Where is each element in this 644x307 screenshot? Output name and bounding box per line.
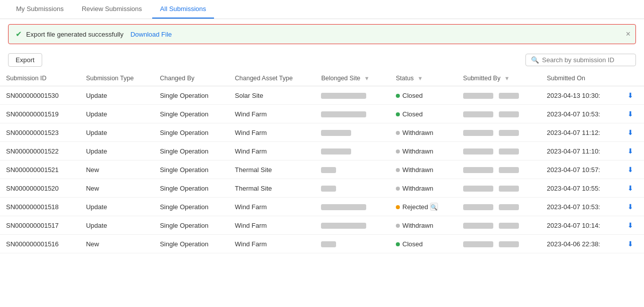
col-submitted-on: Submitted On — [541, 71, 621, 86]
cell-submission-id: SN000000001519 — [0, 105, 80, 123]
status-dot — [396, 112, 400, 116]
cell-status: Withdrawn — [390, 179, 457, 198]
cell-download[interactable]: ⬇ — [621, 142, 644, 161]
cell-changed-by: Single Operation — [154, 198, 229, 216]
cell-download[interactable]: ⬇ — [621, 123, 644, 142]
submissions-table-wrap: Submission ID Submission Type Changed By… — [0, 71, 644, 253]
cell-asset-type: Wind Farm — [229, 216, 315, 235]
tabs-bar: My Submissions Review Submissions All Su… — [0, 0, 644, 19]
cell-asset-type: Wind Farm — [229, 198, 315, 216]
cell-submitted-on: 2023-04-07 11:10: — [541, 142, 621, 161]
table-row: SN000000001523 Update Single Operation W… — [0, 123, 644, 142]
submissions-table: Submission ID Submission Type Changed By… — [0, 71, 644, 253]
cell-type: Update — [80, 142, 154, 161]
status-dot — [396, 242, 400, 246]
download-icon[interactable]: ⬇ — [627, 240, 633, 248]
status-dot — [396, 94, 400, 98]
tab-my-submissions[interactable]: My Submissions — [8, 0, 72, 19]
cell-status: Withdrawn — [390, 123, 457, 142]
cell-type: New — [80, 161, 154, 179]
status-dot — [396, 149, 400, 154]
export-button[interactable]: Export — [8, 53, 42, 67]
status-dot — [396, 168, 400, 172]
cell-site — [315, 179, 390, 198]
cell-type: New — [80, 235, 154, 253]
status-dot — [396, 187, 400, 191]
cell-site — [315, 105, 390, 123]
cell-submitted-by — [457, 235, 541, 253]
cell-submission-id: SN000000001523 — [0, 123, 80, 142]
col-submission-id: Submission ID — [0, 71, 80, 86]
cell-status: Closed — [390, 235, 457, 253]
cell-type: Update — [80, 216, 154, 235]
table-row: SN000000001518 Update Single Operation W… — [0, 198, 644, 216]
cell-submission-id: SN000000001520 — [0, 179, 80, 198]
tab-review-submissions[interactable]: Review Submissions — [74, 0, 150, 19]
table-header: Submission ID Submission Type Changed By… — [0, 71, 644, 86]
search-input[interactable] — [542, 56, 630, 64]
alert-bar: ✔ Export file generated successfully Dow… — [8, 24, 636, 44]
download-icon[interactable]: ⬇ — [627, 91, 633, 99]
filter-icon-site[interactable]: ▼ — [364, 75, 370, 81]
cell-download[interactable]: ⬇ — [621, 235, 644, 253]
cell-submitted-by — [457, 105, 541, 123]
cell-type: Update — [80, 123, 154, 142]
status-dot — [396, 205, 400, 209]
search-icon: 🔍 — [531, 56, 539, 64]
cell-submitted-on: 2023-04-07 10:14: — [541, 216, 621, 235]
filter-icon-status[interactable]: ▼ — [417, 75, 423, 81]
cell-submitted-on: 2023-04-07 10:57: — [541, 161, 621, 179]
cell-submitted-on: 2023-04-06 22:38: — [541, 235, 621, 253]
cell-download[interactable]: ⬇ — [621, 105, 644, 123]
cell-submitted-by — [457, 142, 541, 161]
cell-download[interactable]: ⬇ — [621, 179, 644, 198]
cell-changed-by: Single Operation — [154, 142, 229, 161]
download-icon[interactable]: ⬇ — [627, 128, 633, 136]
cell-asset-type: Thermal Site — [229, 179, 315, 198]
cell-changed-by: Single Operation — [154, 235, 229, 253]
download-icon[interactable]: ⬇ — [627, 147, 633, 155]
cell-site — [315, 216, 390, 235]
cell-download[interactable]: ⬇ — [621, 161, 644, 179]
download-icon[interactable]: ⬇ — [627, 166, 633, 174]
cell-submitted-by — [457, 198, 541, 216]
cell-status: Withdrawn — [390, 216, 457, 235]
cell-submitted-by — [457, 216, 541, 235]
tab-all-submissions[interactable]: All Submissions — [152, 0, 214, 19]
table-row: SN000000001517 Update Single Operation W… — [0, 216, 644, 235]
cell-changed-by: Single Operation — [154, 86, 229, 105]
table-row: SN000000001522 Update Single Operation W… — [0, 142, 644, 161]
cell-changed-by: Single Operation — [154, 216, 229, 235]
cell-changed-by: Single Operation — [154, 105, 229, 123]
download-icon[interactable]: ⬇ — [627, 221, 633, 229]
cell-submitted-by — [457, 161, 541, 179]
rejected-search-icon[interactable]: 🔍 — [430, 203, 438, 211]
search-box: 🔍 — [525, 54, 636, 66]
col-status: Status ▼ — [390, 71, 457, 86]
cell-submission-id: SN000000001521 — [0, 161, 80, 179]
table-row: SN000000001521 New Single Operation Ther… — [0, 161, 644, 179]
cell-status: Closed — [390, 105, 457, 123]
download-icon[interactable]: ⬇ — [627, 184, 633, 192]
cell-download[interactable]: ⬇ — [621, 86, 644, 105]
col-changed-by: Changed By — [154, 71, 229, 86]
table-body: SN000000001530 Update Single Operation S… — [0, 86, 644, 253]
cell-changed-by: Single Operation — [154, 179, 229, 198]
cell-type: New — [80, 179, 154, 198]
table-row: SN000000001519 Update Single Operation W… — [0, 105, 644, 123]
table-row: SN000000001516 New Single Operation Wind… — [0, 235, 644, 253]
cell-submitted-on: 2023-04-07 10:55: — [541, 179, 621, 198]
cell-status: Rejected🔍 — [390, 198, 457, 216]
filter-icon-submitted-by[interactable]: ▼ — [504, 75, 510, 81]
download-file-link[interactable]: Download File — [131, 31, 172, 38]
cell-download[interactable]: ⬇ — [621, 216, 644, 235]
table-row: SN000000001520 New Single Operation Ther… — [0, 179, 644, 198]
alert-close-button[interactable]: × — [626, 30, 630, 39]
status-dot — [396, 224, 400, 228]
cell-submission-id: SN000000001517 — [0, 216, 80, 235]
cell-site — [315, 161, 390, 179]
cell-download[interactable]: ⬇ — [621, 198, 644, 216]
download-icon[interactable]: ⬇ — [627, 203, 633, 211]
download-icon[interactable]: ⬇ — [627, 110, 633, 118]
col-submitted-by: Submitted By ▼ — [457, 71, 541, 86]
